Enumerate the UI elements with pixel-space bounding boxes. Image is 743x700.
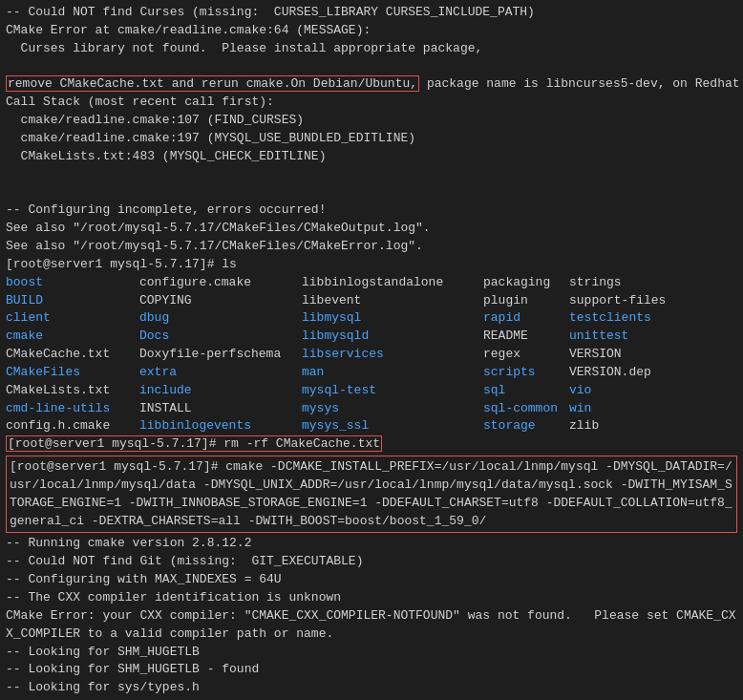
line-configerror: -- Configuring incomplete, errors occurr… — [6, 202, 737, 220]
ls-unittest: unittest — [569, 328, 628, 346]
ls-libbinlog: libbinlogstandalone — [302, 274, 483, 292]
line-cs3: CMakeLists.txt:483 (MYSQL_CHECK_EDITLINE… — [6, 148, 737, 166]
ls-cmakecache: CMakeCache.txt — [6, 346, 139, 364]
ls-row-2: BUILD COPYING libevent plugin support-fi… — [6, 292, 737, 310]
ls-rapid: rapid — [483, 309, 569, 328]
ls-cmakelists: CMakeLists.txt — [6, 382, 139, 400]
ls-plugin: plugin — [483, 292, 569, 310]
line-ls-cmd: [root@server1 mysql-5.7.17]# ls — [6, 256, 737, 274]
ls-row-1: boost configure.cmake libbinlogstandalon… — [6, 274, 737, 292]
ls-win: win — [569, 400, 591, 418]
ls-row-8: cmd-line-utils INSTALL mysys sql-common … — [6, 400, 737, 418]
ls-row-4: cmake Docs libmysqld README unittest — [6, 328, 737, 346]
ls-packaging: packaging — [483, 274, 569, 292]
ls-row-9: config.h.cmake libbinlogevents mysys_ssl… — [6, 417, 737, 435]
ls-configh: config.h.cmake — [6, 417, 139, 435]
line-3: Curses library not found. Please install… — [6, 40, 737, 58]
ls-docs: Docs — [139, 328, 302, 346]
post-line-8: -- Looking for sys/types.h — [6, 679, 737, 697]
ls-regex: regex — [483, 346, 569, 364]
ls-configure: configure.cmake — [139, 274, 302, 292]
post-line-1: -- Running cmake version 2.8.12.2 — [6, 535, 737, 553]
line-seealso1: See also "/root/mysql-5.7.17/CMakeFiles/… — [6, 220, 737, 238]
highlight-remove-cmakecache: remove CMakeCache.txt and rerun cmake.On… — [6, 75, 419, 92]
ls-client: client — [6, 309, 139, 328]
ls-sql: sql — [483, 382, 569, 400]
ls-libmysql: libmysql — [302, 309, 483, 328]
ls-output: boost configure.cmake libbinlogstandalon… — [6, 274, 737, 436]
ls-mysysssl: mysys_ssl — [302, 417, 483, 435]
ls-cmakefiles: CMakeFiles — [6, 364, 139, 382]
ls-scripts: scripts — [483, 364, 569, 382]
ls-testclients: testclients — [569, 309, 651, 328]
ls-cmdline: cmd-line-utils — [6, 400, 139, 418]
ls-copying: COPYING — [139, 292, 302, 310]
line-blank-2 — [6, 166, 737, 184]
line-highlighted: remove CMakeCache.txt and rerun cmake.On… — [6, 75, 737, 94]
ls-row-3: client dbug libmysql rapid testclients — [6, 309, 737, 328]
post-line-7: -- Looking for SHM_HUGETLB - found — [6, 661, 737, 679]
post-line-6: -- Looking for SHM_HUGETLB — [6, 644, 737, 662]
ls-mysqltest: mysql-test — [302, 382, 483, 400]
ls-dbug: dbug — [139, 309, 302, 328]
post-line-4: -- The CXX compiler identification is un… — [6, 589, 737, 607]
line-blank-3 — [6, 183, 737, 202]
line-callstack: Call Stack (most recent call first): — [6, 94, 737, 112]
ls-doxyfile: Doxyfile-perfschema — [139, 346, 302, 364]
ls-row-5: CMakeCache.txt Doxyfile-perfschema libse… — [6, 346, 737, 364]
ls-strings: strings — [569, 274, 622, 292]
ls-supportfiles: support-files — [569, 292, 666, 310]
ls-man: man — [302, 364, 483, 382]
ls-include: include — [139, 382, 302, 400]
ls-build: BUILD — [6, 292, 139, 310]
ls-row-6: CMakeFiles extra man scripts VERSION.dep — [6, 364, 737, 382]
terminal: -- Could NOT find Curses (missing: CURSE… — [0, 0, 743, 700]
ls-versiondep: VERSION.dep — [569, 364, 651, 382]
ls-storage: storage — [483, 417, 569, 435]
ls-vio: vio — [569, 382, 591, 400]
ls-mysys: mysys — [302, 400, 483, 418]
ls-zlib: zlib — [569, 417, 599, 435]
ls-boost: boost — [6, 274, 139, 292]
ls-version: VERSION — [569, 346, 622, 364]
line-rm-cmd: [root@server1 mysql-5.7.17]# rm -rf CMak… — [6, 435, 737, 454]
ls-cmake: cmake — [6, 328, 139, 346]
line-2: CMake Error at cmake/readline.cmake:64 (… — [6, 22, 737, 40]
ls-install: INSTALL — [139, 400, 302, 418]
ls-sqlcommon: sql-common — [483, 400, 569, 418]
highlight-rm-cmd: [root@server1 mysql-5.7.17]# rm -rf CMak… — [6, 435, 382, 452]
line-cs2: cmake/readline.cmake:197 (MYSQL_USE_BUND… — [6, 130, 737, 148]
line-blank-1 — [6, 58, 737, 76]
post-line-3: -- Configuring with MAX_INDEXES = 64U — [6, 571, 737, 589]
ls-extra: extra — [139, 364, 302, 382]
ls-libbinlogevents: libbinlogevents — [139, 417, 302, 435]
ls-row-7: CMakeLists.txt include mysql-test sql vi… — [6, 382, 737, 400]
line-seealso2: See also "/root/mysql-5.7.17/CMakeFiles/… — [6, 238, 737, 256]
ls-libmysqld: libmysqld — [302, 328, 483, 346]
line-1: -- Could NOT find Curses (missing: CURSE… — [6, 4, 737, 22]
ls-readme: README — [483, 328, 569, 346]
post-line-5: CMake Error: your CXX compiler: "CMAKE_C… — [6, 607, 737, 644]
ls-libservices: libservices — [302, 346, 483, 364]
line-cs1: cmake/readline.cmake:107 (FIND_CURSES) — [6, 112, 737, 130]
ls-libevent: libevent — [302, 292, 483, 310]
cmake-cmd-block: [root@server1 mysql-5.7.17]# cmake -DCMA… — [6, 456, 737, 533]
post-line-2: -- Could NOT find Git (missing: GIT_EXEC… — [6, 553, 737, 571]
